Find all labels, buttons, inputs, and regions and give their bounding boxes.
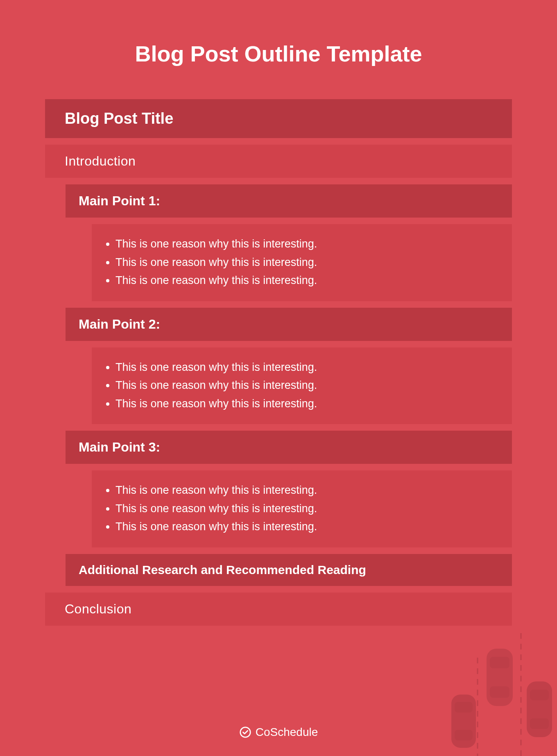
coschedule-logo-icon [239, 726, 251, 738]
reason-item: This is one reason why this is interesti… [115, 518, 500, 536]
svg-rect-8 [490, 686, 509, 698]
reason-item: This is one reason why this is interesti… [115, 395, 500, 413]
conclusion-band: Conclusion [45, 593, 512, 626]
svg-rect-4 [455, 702, 473, 713]
reason-item: This is one reason why this is interesti… [115, 271, 500, 290]
outline-content: Blog Post Title Introduction Main Point … [0, 99, 557, 626]
main-point-3-reasons: This is one reason why this is interesti… [92, 470, 512, 547]
reason-item: This is one reason why this is interesti… [115, 235, 500, 253]
svg-rect-10 [530, 690, 549, 700]
introduction-band: Introduction [45, 145, 512, 178]
main-point-1-heading: Main Point 1: [66, 184, 512, 218]
reason-item: This is one reason why this is interesti… [115, 499, 500, 518]
blog-post-title-band: Blog Post Title [45, 99, 512, 138]
svg-rect-6 [487, 649, 513, 706]
main-point-2-heading: Main Point 2: [66, 308, 512, 341]
brand-name: CoSchedule [256, 726, 318, 739]
svg-rect-7 [490, 657, 509, 668]
reason-item: This is one reason why this is interesti… [115, 376, 500, 395]
brand-footer: CoSchedule [0, 726, 557, 739]
reason-item: This is one reason why this is interesti… [115, 481, 500, 499]
svg-rect-3 [451, 695, 476, 748]
main-point-2-reasons: This is one reason why this is interesti… [92, 347, 512, 425]
page-title: Blog Post Outline Template [0, 0, 557, 99]
reason-item: This is one reason why this is interesti… [115, 253, 500, 272]
additional-research-band: Additional Research and Recommended Read… [66, 554, 512, 586]
reason-item: This is one reason why this is interesti… [115, 358, 500, 377]
main-point-1-reasons: This is one reason why this is interesti… [92, 224, 512, 301]
main-point-3-heading: Main Point 3: [66, 431, 512, 464]
